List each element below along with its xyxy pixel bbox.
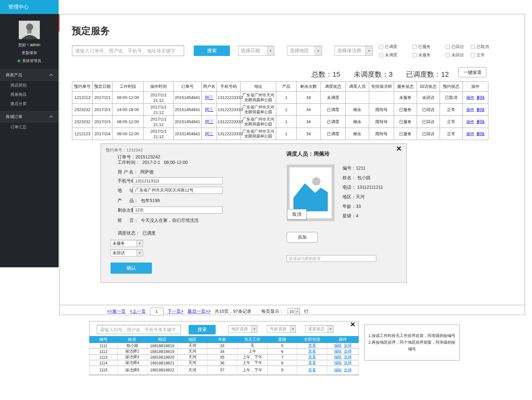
table-link[interactable]: 阿三 — [205, 107, 213, 112]
checkbox-cancelled[interactable] — [471, 45, 475, 49]
add-button[interactable]: 添加 — [287, 232, 318, 242]
search-button[interactable]: 搜索 — [194, 46, 230, 56]
popup-region-select[interactable]: 地区选择 ▼ — [228, 325, 257, 333]
cleaner-search-input[interactable] — [97, 325, 181, 334]
table-link[interactable]: 编辑 — [334, 355, 342, 359]
table-cell: 阿三 — [202, 116, 217, 128]
date-select[interactable]: 选择日期 ▼ — [238, 46, 274, 56]
cleaner-message-input[interactable] — [287, 255, 376, 262]
table-link[interactable]: 编辑 — [334, 361, 342, 365]
table-cell: 33 — [207, 343, 237, 349]
sidebar-item-merchant-goods[interactable]: 商家商品 — [0, 90, 59, 99]
checkbox-scheduled[interactable] — [379, 45, 383, 49]
table-link[interactable]: 删除 — [477, 131, 485, 136]
note-line-1: 1.按该工作时段无工作排序在前，同等级的按编号 — [369, 333, 456, 339]
table-link[interactable]: 编辑 — [334, 349, 342, 354]
per-page-select[interactable]: 10 ▼ — [288, 308, 300, 315]
close-icon[interactable]: × — [396, 144, 401, 153]
checkbox-served[interactable] — [413, 45, 417, 49]
table-link[interactable]: 查看 — [308, 368, 316, 372]
cleaner-id: 编号：1211 — [342, 165, 365, 171]
table-link[interactable]: 阿三 — [205, 95, 213, 100]
table-cell: 5 — [268, 343, 297, 349]
checkbox-unserved[interactable] — [413, 53, 417, 57]
checkbox-normal[interactable] — [471, 53, 475, 57]
first-page-link[interactable]: <<第一页 — [107, 309, 126, 314]
section-label: 商家产品 — [6, 72, 22, 78]
table-cell: 柳永 — [346, 104, 369, 116]
table-link[interactable]: 操作 — [466, 95, 475, 100]
table-cell: 34 — [297, 128, 321, 140]
table-cell: 2017/1/1 21:12 — [144, 128, 174, 140]
table-cell: 13122223333 — [217, 128, 241, 140]
chevron-down-icon: ▼ — [251, 326, 257, 333]
table-cell: 编辑选择 — [327, 366, 359, 375]
table-cell: 20151454841 — [174, 128, 202, 140]
table-link[interactable]: 选择 — [344, 343, 352, 348]
cancel-button[interactable]: 取消 — [287, 209, 307, 220]
sidebar-section-orders[interactable]: 商城订单 — [0, 111, 59, 123]
table-link[interactable]: 选择 — [344, 355, 352, 359]
phone-field[interactable] — [133, 177, 223, 184]
table-link[interactable]: 操作 — [466, 107, 475, 112]
admin-center-page: 管理中心 您好！admin 更新缓存 系统管理员 商家产品 商品类别 商家商品 … — [0, 0, 532, 400]
region-select[interactable]: 选择地区 ▼ — [287, 46, 322, 56]
table-cell: 2323232 — [72, 104, 93, 116]
table-cell: 上午 — [237, 349, 268, 354]
table-link[interactable]: 阿三 — [205, 119, 213, 124]
table-cell: 2323232 — [72, 116, 93, 128]
table-link[interactable]: 删除 — [477, 107, 485, 112]
sidebar-item-microstore-category[interactable]: 微店分类 — [0, 99, 59, 109]
page-number-input[interactable]: 1 — [150, 308, 163, 315]
table-link[interactable]: 操作 — [466, 119, 475, 124]
visit-status-select[interactable]: 未回访 ▼ — [111, 249, 143, 256]
table-cell: 上午、下午 — [237, 360, 268, 366]
checkbox-unvisited[interactable] — [446, 53, 450, 57]
one-key-dispatch-button[interactable]: 一键派遣 — [458, 67, 486, 77]
sidebar-section-products[interactable]: 商家产品 — [0, 69, 59, 81]
popup-dispatch-select[interactable]: 派遣状态 ▼ — [305, 325, 334, 333]
table-link[interactable]: 查看 — [308, 355, 316, 359]
table-link[interactable]: 查看 — [308, 361, 316, 365]
table-link[interactable]: 选择 — [344, 368, 352, 372]
popup-age-select[interactable]: 年龄选择 ▼ — [267, 325, 296, 333]
cleaner-select[interactable]: 选择保洁师 ▼ — [334, 46, 373, 56]
table-link[interactable]: 选择 — [344, 361, 352, 365]
table-link[interactable]: 删除 — [477, 95, 485, 100]
table-cell: 18818818818 — [147, 343, 177, 349]
sidebar-item-order-summary[interactable]: 订单汇总 — [0, 123, 59, 132]
last-page-link[interactable]: 最后一页>> — [188, 309, 211, 314]
close-icon[interactable]: × — [350, 319, 355, 329]
checkbox-label: 已回访 — [451, 44, 464, 50]
cleaner-name: 姓名： 包小姐 — [342, 175, 370, 181]
table-cell: 保洁师5 — [118, 366, 147, 375]
table-link[interactable]: 查看 — [308, 349, 316, 354]
divider — [60, 305, 525, 305]
column-header: 预约单号 — [72, 82, 93, 92]
address-field[interactable] — [133, 187, 223, 194]
prev-page-link[interactable]: <上一页 — [130, 309, 146, 314]
table-cell: 广东省广州市天河龙眼洞森林公园 — [241, 128, 276, 140]
column-header: 姓名 — [118, 336, 147, 343]
confirm-button[interactable]: 确认 — [111, 263, 152, 274]
search-input[interactable] — [72, 46, 184, 56]
table-link[interactable]: 编辑 — [334, 343, 342, 348]
checkbox-unscheduled[interactable] — [379, 53, 383, 57]
remaining-field[interactable] — [133, 207, 223, 214]
checkbox-visited[interactable] — [446, 45, 450, 49]
table-link[interactable]: 操作 — [466, 131, 475, 136]
table-link[interactable]: 选择 — [344, 349, 352, 354]
table-link[interactable]: 编辑 — [334, 368, 342, 372]
refresh-cache-link[interactable]: 更新缓存 — [0, 50, 59, 56]
next-page-link[interactable]: 下一页> — [168, 309, 183, 314]
table-link[interactable]: 阿三 — [205, 131, 213, 136]
table-cell: 34 — [297, 104, 321, 116]
cleaners-header-row: 编号姓名电话地区年龄当天工作星级全部安排操作 — [90, 336, 359, 343]
table-cell: 保洁师4 — [118, 360, 147, 366]
cleaner-search-button[interactable]: 搜索 — [189, 325, 216, 334]
service-status-select[interactable]: 未服务 ▼ — [111, 240, 143, 247]
table-link[interactable]: 删除 — [477, 119, 485, 124]
table-link[interactable]: 查看 — [308, 343, 316, 348]
table-cell — [369, 92, 394, 104]
sidebar-item-product-category[interactable]: 商品类别 — [0, 81, 59, 90]
